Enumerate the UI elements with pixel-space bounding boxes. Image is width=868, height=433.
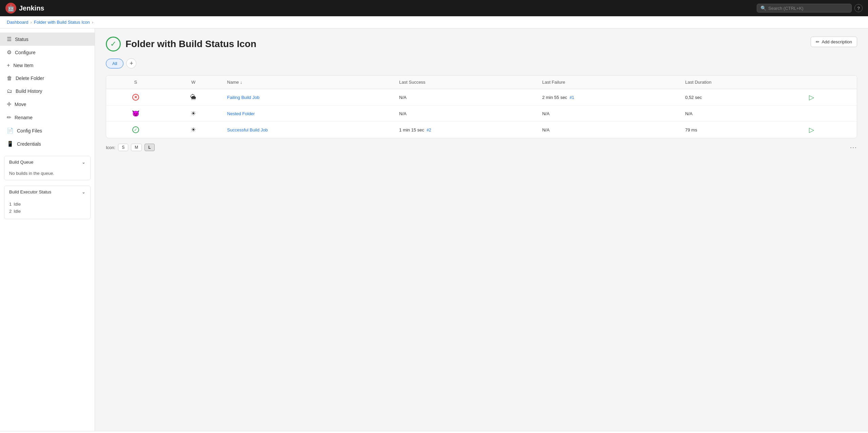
table-row: ✓ ☀ Successful Build Job 1 min 15 sec #2 [106,122,857,138]
job-nested-last-duration: N/A [680,106,804,122]
jobs-table: S W Name ↓ Last Success Last Failure Las… [106,75,857,138]
tab-add-button[interactable]: + [126,58,136,68]
tab-all[interactable]: All [106,59,123,68]
table-header-row: S W Name ↓ Last Success Last Failure Las… [106,76,857,89]
job-fail-run: ▷ [804,89,857,106]
job-nested-status: 😈 [106,106,165,122]
job-success-last-success: 1 min 15 sec #2 [394,122,537,138]
job-nested-weather: ☀ [165,106,222,122]
sidebar-item-config-files-label: Config Files [17,128,42,133]
sidebar-item-config-files[interactable]: 📄 Config Files [0,124,95,137]
col-header-name[interactable]: Name ↓ [222,76,394,89]
job-nested-last-success: N/A [394,106,537,122]
sidebar-item-configure[interactable]: ⚙ Configure [0,46,95,59]
sidebar-item-build-history[interactable]: 🗂 Build History [0,85,95,98]
header: 🤖 Jenkins 🔍 ? [0,0,868,16]
sidebar-item-rename-label: Rename [15,115,33,120]
folder-title: Folder with Build Status Icon [126,39,256,49]
table-row: 😈 ☀ Nested Folder N/A N/A N/A [106,106,857,122]
fail-build-link[interactable]: #1 [570,95,574,100]
failing-build-job-link[interactable]: Failing Build Job [227,95,259,100]
sidebar-item-delete-label: Delete Folder [16,76,44,81]
job-fail-last-success: N/A [394,89,537,106]
jenkins-logo-icon: 🤖 [5,3,16,14]
sunny-weather-icon-nested: ☀ [191,110,196,117]
breadcrumb-folder[interactable]: Folder with Build Status Icon [34,20,90,25]
build-queue-collapse-icon: ⌄ [82,160,85,165]
help-icon[interactable]: ? [854,4,863,12]
sidebar: ☰ Status ⚙ Configure + New Item 🗑 Delete… [0,28,95,431]
sidebar-item-credentials-label: Credentials [17,141,41,147]
breadcrumb: Dashboard › Folder with Build Status Ico… [0,16,868,28]
executor-1-number: 1 [9,202,12,207]
sidebar-item-delete-folder[interactable]: 🗑 Delete Folder [0,72,95,85]
search-box: 🔍 [757,4,852,13]
fail-icon: ✕ [132,94,139,101]
build-queue-title: Build Queue [9,160,34,165]
successful-build-job-link[interactable]: Successful Build Job [227,127,268,132]
new-item-icon: + [7,62,10,68]
app-title: Jenkins [19,4,44,12]
build-executor-header[interactable]: Build Executor Status ⌄ [4,186,90,198]
job-nested-run [804,106,857,122]
sidebar-item-move-label: Move [15,102,26,107]
job-success-name: Successful Build Job [222,122,394,138]
sidebar-item-new-item[interactable]: + New Item [0,59,95,72]
build-executor-collapse-icon: ⌄ [82,189,85,194]
job-success-status: ✓ [106,122,165,138]
search-input[interactable] [768,6,848,11]
add-description-button[interactable]: ✏ Add description [811,37,857,47]
executor-2-number: 2 [9,209,12,214]
delete-folder-icon: 🗑 [7,75,12,81]
search-icon: 🔍 [760,5,766,11]
job-nested-last-failure: N/A [537,106,680,122]
build-executor-title: Build Executor Status [9,189,51,194]
sidebar-item-credentials[interactable]: 📱 Credentials [0,137,95,150]
icon-size-s-button[interactable]: S [118,144,128,151]
icon-size-row: Icon: S M L ··· [106,144,857,151]
build-queue-empty-message: No builds in the queue. [9,171,54,176]
job-fail-weather: 🌦 [165,89,222,106]
breadcrumb-dashboard[interactable]: Dashboard [7,20,28,25]
build-executor-content: 1 Idle 2 Idle [4,198,90,219]
breadcrumb-sep-2: › [92,20,93,25]
job-fail-name: Failing Build Job [222,89,394,106]
col-header-last-failure: Last Failure [537,76,680,89]
build-history-icon: 🗂 [7,88,12,94]
job-success-last-duration: 79 ms [680,122,804,138]
run-successful-job-button[interactable]: ▷ [809,126,814,134]
configure-icon: ⚙ [7,49,12,56]
folder-status-icon: ✓ [106,37,121,51]
job-success-last-failure: N/A [537,122,680,138]
sidebar-item-build-history-label: Build History [16,88,42,94]
neutral-icon: 😈 [132,110,139,117]
table-row: ✕ 🌦 Failing Build Job N/A 2 min 55 sec #… [106,89,857,106]
job-fail-last-failure: 2 min 55 sec #1 [537,89,680,106]
add-desc-label: Add description [822,39,852,44]
main-layout: ☰ Status ⚙ Configure + New Item 🗑 Delete… [0,28,868,431]
tabs-row: All + [106,58,857,68]
sidebar-item-new-item-label: New Item [13,63,33,68]
more-options-button[interactable]: ··· [850,144,857,151]
folder-header-row: ✓ Folder with Build Status Icon ✏ Add de… [106,37,857,58]
build-queue-content: No builds in the queue. [4,168,90,180]
run-failing-job-button[interactable]: ▷ [809,93,814,101]
search-area: 🔍 ? [757,4,863,13]
col-header-last-duration: Last Duration [680,76,804,89]
job-success-run: ▷ [804,122,857,138]
build-queue-header[interactable]: Build Queue ⌄ [4,156,90,168]
sidebar-item-move[interactable]: ✛ Move [0,98,95,111]
sidebar-item-status-label: Status [15,37,28,42]
icon-size-l-button[interactable]: L [144,144,154,151]
success-build-link[interactable]: #2 [427,128,431,132]
add-desc-pencil-icon: ✏ [816,39,819,44]
sidebar-item-rename[interactable]: ✏ Rename [0,111,95,124]
nested-folder-link[interactable]: Nested Folder [227,111,255,116]
logo-area: 🤖 Jenkins [5,3,44,14]
icon-size-label: Icon: [106,145,115,150]
config-files-icon: 📄 [7,127,14,134]
job-success-weather: ☀ [165,122,222,138]
sidebar-item-status[interactable]: ☰ Status [0,33,95,46]
executor-1-status: Idle [14,202,21,207]
icon-size-m-button[interactable]: M [131,144,142,151]
